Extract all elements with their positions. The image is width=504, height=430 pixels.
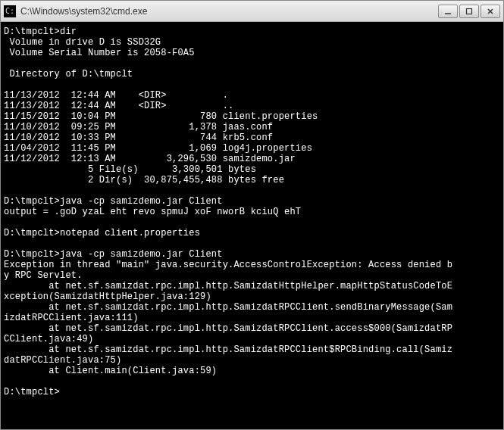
line: Exception in thread "main" java.security… <box>4 260 452 281</box>
line: 11/10/2012 09:25 PM 1,378 jaas.conf <box>4 122 273 132</box>
line: 11/12/2012 12:13 AM 3,296,530 samizdemo.… <box>4 154 296 164</box>
line: 11/13/2012 12:44 AM <DIR> . <box>4 90 228 101</box>
cmd-window: C: C:\Windows\system32\cmd.exe D:\tmpclt… <box>0 0 504 430</box>
line: output = .goD yzaL eht revo spmuJ xoF nw… <box>4 207 301 217</box>
terminal-output[interactable]: D:\tmpclt>dir Volume in drive D is SSD32… <box>1 22 503 429</box>
close-button[interactable] <box>481 5 500 18</box>
line: 5 File(s) 3,300,501 bytes <box>4 164 256 175</box>
line: D:\tmpclt>dir <box>4 26 77 37</box>
line: 11/04/2012 11:45 PM 1,069 log4j.properti… <box>4 143 312 154</box>
line: D:\tmpclt> <box>4 387 60 397</box>
line: at Client.main(Client.java:59) <box>4 366 217 376</box>
line: at net.sf.samizdat.rpc.impl.http.Samizda… <box>4 281 452 302</box>
line: D:\tmpclt>java -cp samizdemo.jar Client <box>4 196 223 207</box>
minimize-button[interactable] <box>438 5 458 18</box>
svg-rect-1 <box>467 8 472 14</box>
maximize-button[interactable] <box>459 5 479 18</box>
line: 2 Dir(s) 30,875,455,488 bytes free <box>4 175 284 185</box>
line: D:\tmpclt>notepad client.properties <box>4 228 200 238</box>
line: at net.sf.samizdat.rpc.impl.http.Samizda… <box>4 323 452 344</box>
line: Volume in drive D is SSD32G <box>4 37 161 48</box>
line: 11/13/2012 12:44 AM <DIR> .. <box>4 101 233 111</box>
line: at net.sf.samizdat.rpc.impl.http.Samizda… <box>4 344 452 366</box>
titlebar[interactable]: C: C:\Windows\system32\cmd.exe <box>1 1 503 22</box>
window-controls <box>438 5 500 18</box>
line: 11/15/2012 10:04 PM 780 client.propertie… <box>4 111 318 122</box>
line: Volume Serial Number is 2058-F0A5 <box>4 48 195 58</box>
line: Directory of D:\tmpclt <box>4 69 133 79</box>
line: D:\tmpclt>java -cp samizdemo.jar Client <box>4 249 223 260</box>
window-title: C:\Windows\system32\cmd.exe <box>20 6 438 17</box>
line: 11/10/2012 10:33 PM 744 krb5.conf <box>4 132 273 143</box>
cmd-icon: C: <box>4 5 16 17</box>
line: at net.sf.samizdat.rpc.impl.http.Samizda… <box>4 302 452 323</box>
